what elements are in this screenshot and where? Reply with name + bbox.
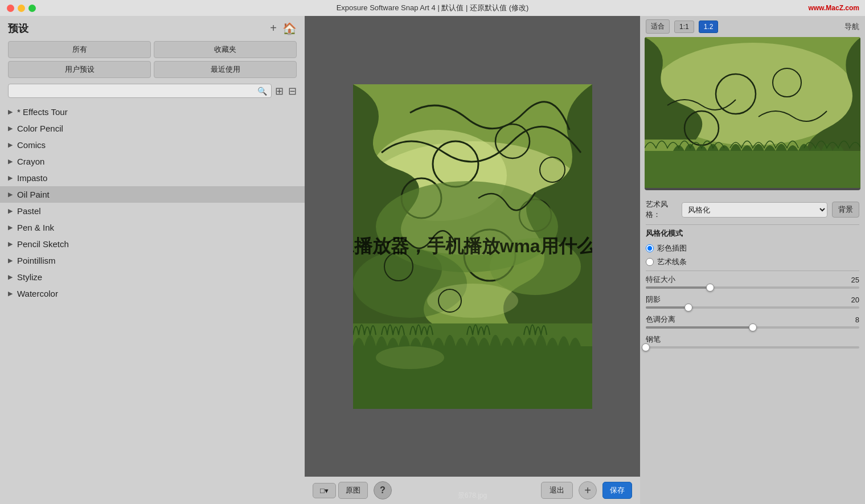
sliders-section: 特征大小 25 阴影 20 xyxy=(646,274,859,349)
category-arrow: ▶ xyxy=(8,224,13,231)
svg-rect-22 xyxy=(645,151,860,188)
main-layout: 预设 + 🏠 所有 收藏夹 用户预设 最近使用 🔍 ⊞ ⊟ ▶* Effect xyxy=(0,16,865,504)
slider-row-3: 钢笔 xyxy=(646,334,859,349)
sidebar-header-icons: + 🏠 xyxy=(270,22,297,35)
category-label: Color Pencil xyxy=(17,124,63,133)
category-arrow: ▶ xyxy=(8,158,13,165)
minimize-button[interactable] xyxy=(18,5,25,12)
art-lines-label: 艺术线条 xyxy=(657,257,687,267)
view-icons: ⊞ ⊟ xyxy=(275,85,297,97)
sidebar-item-crayon[interactable]: ▶Crayon xyxy=(0,153,305,170)
category-arrow: ▶ xyxy=(8,125,13,132)
slider-label-3: 钢笔 xyxy=(646,334,661,345)
right-panel: 适合 1:1 1.2 导航 xyxy=(640,16,865,504)
canvas-filename: 景678.jpg xyxy=(305,491,640,501)
stylize-mode-title: 风格化模式 xyxy=(646,228,859,239)
sidebar-title: 预设 xyxy=(8,22,28,35)
slider-value-0: 25 xyxy=(845,276,859,284)
background-button[interactable]: 背景 xyxy=(832,202,859,218)
category-arrow: ▶ xyxy=(8,290,13,297)
divider-2 xyxy=(646,271,859,271)
ratio-1-1-button[interactable]: 1:1 xyxy=(674,21,694,33)
nav-preview[interactable] xyxy=(645,37,860,190)
category-label: Pen & Ink xyxy=(17,223,54,232)
home-button[interactable]: 🏠 xyxy=(282,22,297,35)
category-list: ▶* Effects Tour▶Color Pencil▶Comics▶Cray… xyxy=(0,101,305,504)
category-label: Pointillism xyxy=(17,256,56,265)
sidebar-item-watercolor[interactable]: ▶Watercolor xyxy=(0,285,305,302)
slider-track-1 xyxy=(646,306,859,309)
sidebar-item-impasto[interactable]: ▶Impasto xyxy=(0,170,305,186)
fit-button[interactable]: 适合 xyxy=(646,19,670,34)
search-icon: 🔍 xyxy=(257,87,267,96)
svg-point-13 xyxy=(376,346,444,369)
recent-button[interactable]: 最近使用 xyxy=(154,61,297,78)
sidebar-item---effects-tour[interactable]: ▶* Effects Tour xyxy=(0,104,305,120)
canvas-image-container[interactable]: wma播放器，手机播放wma用什么软件 ◀ xyxy=(305,16,640,477)
category-arrow: ▶ xyxy=(8,174,13,182)
maximize-button[interactable] xyxy=(28,5,36,12)
macz-logo: www.MacZ.com xyxy=(808,4,859,12)
category-label: Watercolor xyxy=(17,289,58,298)
grid-compact-icon[interactable]: ⊞ xyxy=(275,85,284,97)
sidebar-item-pencil-sketch[interactable]: ▶Pencil Sketch xyxy=(0,236,305,252)
art-style-select[interactable]: 风格化 xyxy=(682,202,827,218)
all-button[interactable]: 所有 xyxy=(8,41,151,58)
titlebar: Exposure Software Snap Art 4 | 默认值 | 还原默… xyxy=(0,0,865,16)
category-label: Pastel xyxy=(17,206,41,216)
art-lines-row: 艺术线条 xyxy=(646,257,859,267)
sidebar-item-pointillism[interactable]: ▶Pointillism xyxy=(0,252,305,269)
sidebar-item-pastel[interactable]: ▶Pastel xyxy=(0,203,305,219)
preset-filter-buttons: 所有 收藏夹 用户预设 最近使用 xyxy=(0,39,305,81)
category-arrow: ▶ xyxy=(8,240,13,248)
nav-label: 导航 xyxy=(844,22,859,32)
sidebar-item-stylize[interactable]: ▶Stylize xyxy=(0,269,305,285)
add-preset-button[interactable]: + xyxy=(270,22,277,35)
slider-track-3 xyxy=(646,346,859,349)
slider-row-1: 阴影 20 xyxy=(646,294,859,309)
svg-point-10 xyxy=(490,238,581,295)
art-lines-radio[interactable] xyxy=(646,258,654,266)
color-illustration-label: 彩色插图 xyxy=(657,243,687,253)
sidebar-item-comics[interactable]: ▶Comics xyxy=(0,137,305,153)
right-controls: 艺术风格： 风格化 背景 风格化模式 彩色插图 艺术线条 xyxy=(640,195,865,504)
category-arrow: ▶ xyxy=(8,191,13,198)
art-style-row: 艺术风格： 风格化 背景 xyxy=(646,199,859,220)
color-illustration-row: 彩色插图 xyxy=(646,243,859,253)
main-artwork: wma播放器，手机播放wma用什么软件 ◀ xyxy=(353,84,592,409)
right-top-bar: 适合 1:1 1.2 导航 xyxy=(640,16,865,37)
search-input[interactable] xyxy=(8,84,272,98)
slider-value-2: 8 xyxy=(845,315,859,324)
ratio-1-2-button[interactable]: 1.2 xyxy=(699,21,719,33)
category-arrow: ▶ xyxy=(8,141,13,149)
sidebar: 预设 + 🏠 所有 收藏夹 用户预设 最近使用 🔍 ⊞ ⊟ ▶* Effect xyxy=(0,16,305,504)
sidebar-item-pen---ink[interactable]: ▶Pen & Ink xyxy=(0,219,305,236)
favorites-button[interactable]: 收藏夹 xyxy=(154,41,297,58)
divider-1 xyxy=(646,224,859,225)
window-controls xyxy=(7,5,36,12)
svg-point-12 xyxy=(427,284,518,318)
close-button[interactable] xyxy=(7,5,14,12)
category-arrow: ▶ xyxy=(8,273,13,281)
nav-preview-svg xyxy=(645,37,860,188)
color-illustration-radio[interactable] xyxy=(646,244,654,252)
slider-label-1: 阴影 xyxy=(646,294,661,305)
slider-label-2: 色调分离 xyxy=(646,314,675,325)
window-title: Exposure Software Snap Art 4 | 默认值 | 还原默… xyxy=(337,3,529,13)
category-label: Stylize xyxy=(17,272,42,282)
sidebar-item-color-pencil[interactable]: ▶Color Pencil xyxy=(0,120,305,137)
art-style-label: 艺术风格： xyxy=(646,199,677,220)
sidebar-item-oil-paint[interactable]: ▶Oil Paint xyxy=(0,186,305,203)
category-label: * Effects Tour xyxy=(17,107,68,117)
category-arrow: ▶ xyxy=(8,257,13,264)
sidebar-header: 预设 + 🏠 xyxy=(0,16,305,39)
search-wrapper: 🔍 xyxy=(8,84,272,98)
grid-large-icon[interactable]: ⊟ xyxy=(288,85,297,97)
slider-value-1: 20 xyxy=(845,296,859,304)
slider-row-0: 特征大小 25 xyxy=(646,274,859,289)
user-presets-button[interactable]: 用户预设 xyxy=(8,61,151,78)
category-label: Oil Paint xyxy=(17,190,50,199)
category-label: Pencil Sketch xyxy=(17,239,69,249)
category-label: Comics xyxy=(17,140,46,150)
category-arrow: ▶ xyxy=(8,207,13,215)
